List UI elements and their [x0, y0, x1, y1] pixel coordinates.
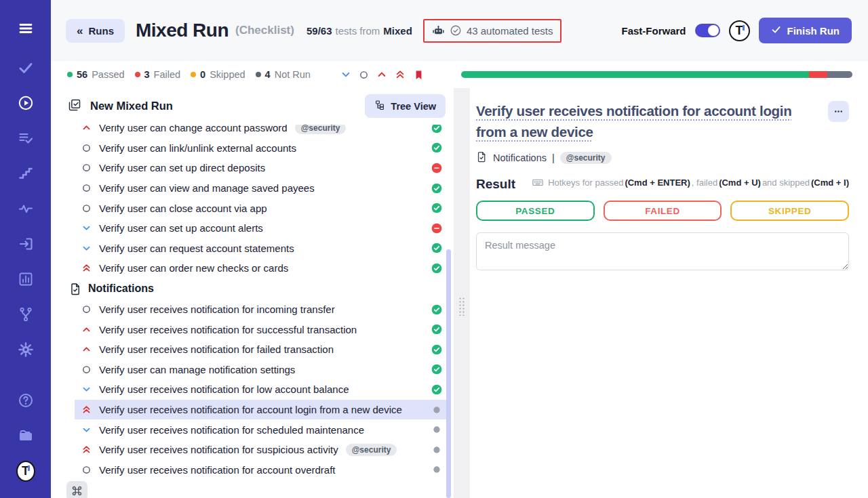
checklist-icon [68, 98, 81, 112]
test-row[interactable]: Verify user receives notification for ac… [75, 400, 446, 420]
toggle-knob [708, 25, 719, 36]
test-row[interactable]: Verify user can set up direct deposits [75, 158, 446, 178]
security-tag-badge: @security [346, 444, 397, 456]
status-passed-icon [431, 384, 442, 395]
sidebar-item-pulse[interactable] [16, 199, 35, 218]
status-passed-icon [431, 364, 442, 375]
status-dot-icon [135, 72, 140, 77]
status-passed-icon [431, 243, 442, 253]
chevron-up-icon[interactable] [376, 69, 387, 80]
panel-resize-divider[interactable] [454, 88, 470, 498]
fast-forward-toggle[interactable] [695, 24, 720, 37]
sidebar-item-branch[interactable] [16, 305, 35, 324]
sidebar-item-bar-chart[interactable] [16, 270, 35, 289]
result-buttons: PASSEDFAILEDSKIPPED [476, 201, 849, 221]
sidebar-item-steps[interactable] [16, 164, 35, 183]
status-passed-icon [431, 203, 442, 213]
test-row[interactable]: Verify user receives notification for su… [75, 440, 446, 460]
test-title: Verify user can set up direct deposits [99, 162, 265, 173]
test-title: Verify user can view and manage saved pa… [99, 182, 315, 194]
menu-icon [18, 20, 34, 37]
chevron-down-icon[interactable] [340, 69, 351, 80]
sidebar-item-help[interactable] [16, 391, 35, 410]
avatar-mark [743, 25, 745, 30]
chevron-down-icon [81, 425, 92, 435]
finish-run-button[interactable]: Finish Run [759, 18, 852, 43]
test-detail-panel: Verify user receives notification for ac… [470, 88, 868, 498]
chevrons-up-icon [81, 444, 92, 455]
user-avatar[interactable]: T [729, 20, 750, 41]
document-icon [69, 283, 82, 295]
security-tag-badge: @security [295, 125, 347, 134]
test-title: Verify user receives notification for lo… [99, 383, 349, 395]
counter-value: 3 [144, 69, 150, 80]
test-list-panel: New Mixed Run Tree View Verify user can … [51, 88, 446, 498]
test-row[interactable]: Verify user receives notification for lo… [75, 379, 446, 400]
tests-count: 59/63 [307, 25, 332, 37]
sidebar-item-play-circle[interactable] [16, 94, 35, 112]
test-row[interactable]: Verify user can close account via app [75, 198, 446, 218]
test-title: Verify user can order new checks or card… [99, 262, 288, 274]
chevron-up-icon [81, 344, 92, 354]
list-section-header[interactable]: Notifications [69, 278, 446, 299]
sidebar-item-sign-in[interactable] [16, 234, 35, 253]
test-row[interactable]: Verify user can manage notification sett… [75, 360, 446, 380]
result-skipped-button[interactable]: SKIPPED [730, 201, 849, 221]
command-hotkey-button[interactable] [66, 481, 87, 498]
result-passed-button[interactable]: PASSED [476, 201, 595, 221]
test-row[interactable]: Verify user can change account password@… [75, 125, 446, 138]
test-row[interactable]: Verify user receives notification for sc… [75, 419, 446, 440]
robot-icon [432, 24, 445, 37]
status-dot-icon [256, 72, 261, 77]
hotkey-combo: (Cmd + I) [811, 178, 849, 188]
more-options-button[interactable] [828, 101, 849, 122]
list-scrollbar[interactable] [446, 249, 451, 498]
ellipsis-icon [833, 106, 844, 117]
bookmark-icon[interactable] [413, 69, 425, 81]
back-to-runs-button[interactable]: « Runs [66, 19, 125, 43]
status-passed-icon [431, 263, 442, 274]
run-name-header: New Mixed Run [68, 98, 173, 115]
sidebar-item-check[interactable] [16, 58, 35, 77]
test-title: Verify user can manage notification sett… [99, 364, 295, 375]
breadcrumb-label[interactable]: Notifications [493, 152, 547, 163]
test-row[interactable]: Verify user can order new checks or card… [75, 258, 446, 278]
chevron-up-icon [81, 125, 92, 133]
circle-icon[interactable] [359, 70, 369, 80]
tests-source: Mixed [383, 25, 412, 37]
status-passed-icon [431, 183, 442, 194]
sidebar-item-list-check[interactable] [16, 129, 35, 148]
test-row[interactable]: Verify user receives notification for in… [75, 299, 446, 320]
counter-value: 56 [77, 69, 87, 80]
test-row[interactable]: Verify user receives notification for fa… [75, 339, 446, 360]
counter-passed: 56Passed [67, 69, 125, 80]
fast-forward-label: Fast-Forward [621, 25, 686, 37]
test-list: Verify user can change account password@… [75, 125, 446, 480]
play-circle-icon [18, 95, 34, 111]
test-row[interactable]: Verify user can view and manage saved pa… [75, 178, 446, 199]
test-row[interactable]: Verify user receives notification for ac… [75, 460, 446, 480]
progress-segment-not_run [827, 71, 852, 78]
sidebar-item-menu[interactable] [16, 19, 35, 38]
sidebar-item-folder[interactable] [16, 426, 35, 445]
circle-icon [81, 143, 92, 153]
keyboard-icon [532, 176, 544, 188]
scrollbar-lane [446, 88, 454, 498]
tree-view-button[interactable]: Tree View [365, 94, 446, 118]
test-row[interactable]: Verify user can set up account alerts [75, 218, 446, 238]
security-tag-badge[interactable]: @security [560, 152, 612, 164]
test-row[interactable]: Verify user can request account statemen… [75, 238, 446, 259]
test-row[interactable]: Verify user can link/unlink external acc… [75, 138, 446, 159]
sidebar-item-gear[interactable] [16, 340, 35, 359]
test-list-viewport: Verify user can change account password@… [51, 125, 446, 498]
finish-run-label: Finish Run [787, 25, 840, 37]
test-row[interactable]: Verify user receives notification for su… [75, 319, 446, 339]
circle-check-outline-icon [450, 24, 462, 37]
tree-view-label: Tree View [391, 101, 436, 112]
sidebar-logo[interactable]: T [16, 461, 35, 480]
stats-bar: 56Passed3Failed0Skipped4Not Run [51, 61, 868, 88]
test-detail-title[interactable]: Verify user receives notification for ac… [476, 100, 849, 142]
result-message-input[interactable] [476, 232, 849, 270]
chevrons-up-icon[interactable] [395, 69, 406, 80]
result-failed-button[interactable]: FAILED [604, 201, 722, 221]
